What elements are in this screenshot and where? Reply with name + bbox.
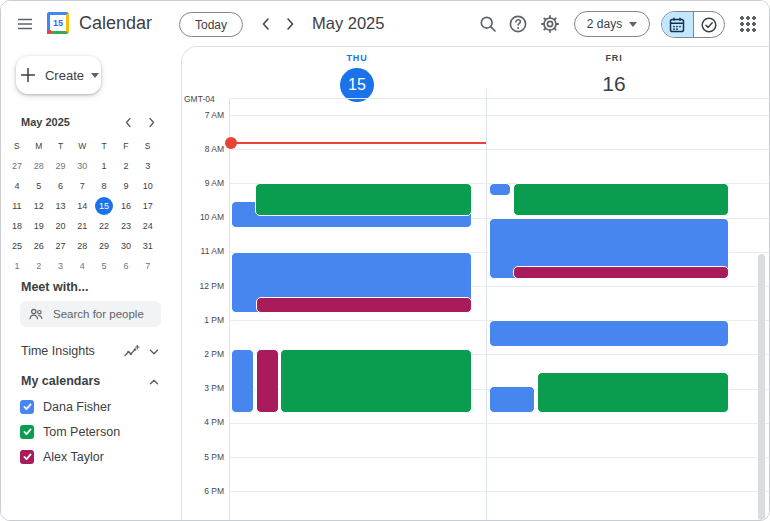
mini-date-cell[interactable]: 29 bbox=[50, 156, 72, 176]
mini-date-cell[interactable]: 2 bbox=[28, 256, 50, 276]
previous-period-button[interactable] bbox=[256, 14, 276, 34]
mini-date-cell[interactable]: 5 bbox=[28, 176, 50, 196]
calendar-name-label: Dana Fisher bbox=[43, 400, 111, 414]
mini-weekday-label: S bbox=[137, 138, 159, 154]
create-button[interactable]: Create bbox=[16, 56, 101, 94]
mini-date-cell[interactable]: 15 bbox=[95, 197, 113, 215]
mini-date-cell[interactable]: 16 bbox=[115, 196, 137, 216]
event-block[interactable] bbox=[489, 320, 729, 347]
mini-date-cell[interactable]: 30 bbox=[115, 236, 137, 256]
my-calendars-collapse-button[interactable] bbox=[147, 375, 161, 389]
search-button[interactable] bbox=[476, 12, 500, 36]
hour-label: 9 AM bbox=[182, 178, 224, 189]
mini-date-cell[interactable]: 12 bbox=[28, 196, 50, 216]
search-people-box[interactable] bbox=[20, 301, 161, 327]
today-button[interactable]: Today bbox=[179, 12, 243, 37]
mini-date-cell[interactable]: 5 bbox=[93, 256, 115, 276]
next-period-button[interactable] bbox=[280, 14, 300, 34]
google-calendar-window: 15 Calendar Today May 2025 bbox=[0, 0, 770, 521]
mini-date-cell[interactable]: 4 bbox=[6, 176, 28, 196]
calendar-list-item[interactable]: Dana Fisher bbox=[20, 394, 170, 419]
mini-date-cell[interactable]: 13 bbox=[50, 196, 72, 216]
tasks-view-button[interactable] bbox=[694, 12, 725, 37]
mini-date-cell[interactable]: 11 bbox=[6, 196, 28, 216]
calendar-checkbox[interactable] bbox=[20, 425, 34, 439]
mini-date-cell[interactable]: 14 bbox=[71, 196, 93, 216]
hour-label: 4 PM bbox=[182, 417, 224, 428]
mini-date-cell[interactable]: 27 bbox=[6, 156, 28, 176]
event-block[interactable] bbox=[256, 349, 279, 413]
mini-date-cell[interactable]: 1 bbox=[6, 256, 28, 276]
event-block[interactable] bbox=[489, 386, 535, 413]
view-range-selector[interactable]: 2 days bbox=[574, 11, 650, 37]
vertical-scrollbar[interactable] bbox=[758, 254, 765, 520]
event-block[interactable] bbox=[255, 183, 472, 216]
mini-date-cell[interactable]: 21 bbox=[71, 216, 93, 236]
calendar-checkbox[interactable] bbox=[20, 450, 34, 464]
calendar-view-button[interactable] bbox=[662, 12, 694, 37]
mini-date-cell[interactable]: 7 bbox=[137, 256, 159, 276]
mini-date-cell[interactable]: 9 bbox=[115, 176, 137, 196]
mini-date-cell[interactable]: 27 bbox=[50, 236, 72, 256]
time-insights-icon[interactable] bbox=[123, 343, 141, 361]
mini-date-cell[interactable]: 20 bbox=[50, 216, 72, 236]
mini-date-cell[interactable]: 1 bbox=[93, 156, 115, 176]
mini-date-cell[interactable]: 30 bbox=[71, 156, 93, 176]
event-block[interactable] bbox=[231, 349, 254, 413]
sparkline-icon bbox=[123, 343, 141, 361]
help-button[interactable] bbox=[506, 12, 530, 36]
search-people-input[interactable] bbox=[51, 307, 155, 321]
time-insights-expand-button[interactable] bbox=[147, 345, 161, 359]
hour-gridline bbox=[229, 457, 769, 458]
mini-date-cell[interactable]: 8 bbox=[93, 176, 115, 196]
main-menu-button[interactable] bbox=[13, 12, 37, 36]
mini-date-cell[interactable]: 2 bbox=[115, 156, 137, 176]
mini-date-cell[interactable]: 26 bbox=[28, 236, 50, 256]
mini-date-cell[interactable]: 29 bbox=[93, 236, 115, 256]
hour-gridline bbox=[229, 423, 769, 424]
settings-button[interactable] bbox=[538, 12, 562, 36]
event-block[interactable] bbox=[489, 183, 511, 196]
mini-weekday-label: T bbox=[93, 138, 115, 154]
event-block[interactable] bbox=[256, 297, 472, 313]
mini-date-cell[interactable]: 19 bbox=[28, 216, 50, 236]
mini-calendar-next-button[interactable] bbox=[142, 113, 160, 131]
mini-date-cell[interactable]: 4 bbox=[71, 256, 93, 276]
mini-date-cell[interactable]: 22 bbox=[93, 216, 115, 236]
hamburger-icon bbox=[16, 15, 34, 33]
mini-date-cell[interactable]: 7 bbox=[71, 176, 93, 196]
calendar-checkbox[interactable] bbox=[20, 400, 34, 414]
calendar-list-item[interactable]: Alex Taylor bbox=[20, 444, 170, 469]
event-block[interactable] bbox=[280, 349, 472, 413]
hour-gridline bbox=[229, 491, 769, 492]
mini-date-cell[interactable]: 28 bbox=[28, 156, 50, 176]
mini-date-cell[interactable]: 25 bbox=[6, 236, 28, 256]
mini-date-cell[interactable]: 23 bbox=[115, 216, 137, 236]
help-icon bbox=[508, 14, 528, 34]
mini-date-cell[interactable]: 18 bbox=[6, 216, 28, 236]
mini-date-cell[interactable]: 3 bbox=[50, 256, 72, 276]
mini-calendar-title: May 2025 bbox=[21, 116, 70, 128]
mini-date-cell[interactable]: 24 bbox=[137, 216, 159, 236]
event-block[interactable] bbox=[513, 266, 729, 279]
my-calendars-list: Dana FisherTom PetersonAlex Taylor bbox=[20, 394, 170, 469]
mini-calendar-prev-button[interactable] bbox=[119, 113, 137, 131]
mini-weekday-label: W bbox=[71, 138, 93, 154]
calendar-list-item[interactable]: Tom Peterson bbox=[20, 419, 170, 444]
hour-label: 3 PM bbox=[182, 383, 224, 394]
event-block[interactable] bbox=[513, 183, 729, 216]
mini-date-cell[interactable]: 6 bbox=[115, 256, 137, 276]
mini-date-cell[interactable]: 31 bbox=[137, 236, 159, 256]
mini-date-cell[interactable]: 6 bbox=[50, 176, 72, 196]
mini-date-cell[interactable]: 28 bbox=[71, 236, 93, 256]
mini-date-cell[interactable]: 17 bbox=[137, 196, 159, 216]
mini-weekday-label: S bbox=[6, 138, 28, 154]
logo-day-number: 15 bbox=[53, 19, 63, 28]
event-block[interactable] bbox=[537, 372, 729, 413]
chevron-left-icon bbox=[258, 16, 274, 32]
view-range-label: 2 days bbox=[587, 17, 622, 31]
google-apps-grid-icon[interactable] bbox=[739, 15, 756, 32]
mini-date-cell[interactable]: 3 bbox=[137, 156, 159, 176]
hour-label: 2 PM bbox=[182, 349, 224, 360]
mini-date-cell[interactable]: 10 bbox=[137, 176, 159, 196]
